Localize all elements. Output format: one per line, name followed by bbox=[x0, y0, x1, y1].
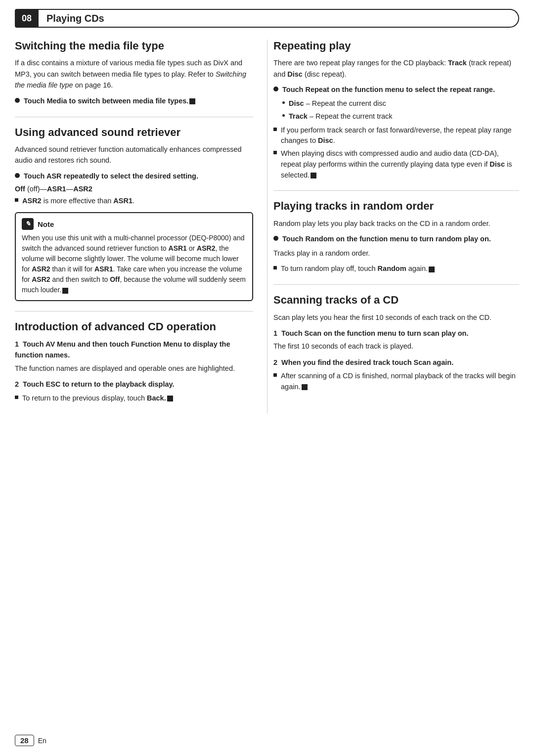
square-dot bbox=[15, 198, 18, 202]
random-off: To turn random play off, touch Random ag… bbox=[273, 264, 519, 274]
stop-symbol bbox=[189, 98, 195, 104]
square-dot-6 bbox=[273, 373, 277, 377]
stop-symbol-6 bbox=[302, 384, 308, 390]
section-header: 08 Playing CDs bbox=[15, 9, 519, 28]
bullet-dot-2 bbox=[15, 173, 20, 178]
repeat-note1: If you perform track search or fast forw… bbox=[273, 125, 519, 147]
divider-1 bbox=[15, 117, 253, 117]
divider-3 bbox=[273, 190, 519, 191]
asr-bullet-text: Touch ASR repeatedly to select the desir… bbox=[24, 171, 253, 182]
scanning-section: Scanning tracks of a CD Scan play lets y… bbox=[273, 294, 519, 393]
scan-step2-sub: After scanning of a CD is finished, norm… bbox=[273, 371, 519, 393]
square-dot-5 bbox=[273, 266, 277, 269]
bullet-dot bbox=[15, 98, 20, 103]
random-off-text: To turn random play off, touch Random ag… bbox=[281, 264, 435, 274]
asr-bullet: Touch ASR repeatedly to select the desir… bbox=[15, 171, 253, 182]
step2-sub-text: To return to the previous display, touch… bbox=[22, 393, 173, 404]
bullet-dot-3 bbox=[273, 87, 278, 91]
switching-section: Switching the media file type If a disc … bbox=[15, 40, 253, 107]
random-bullet: Touch Random on the function menu to tur… bbox=[273, 234, 519, 245]
step2-sub: To return to the previous display, touch… bbox=[15, 393, 253, 404]
intro-advanced-title: Introduction of advanced CD operation bbox=[15, 320, 253, 333]
page-number: 28 bbox=[15, 735, 34, 746]
step-1: 1 Touch AV Menu and then touch Function … bbox=[15, 339, 253, 374]
advanced-sound-intro: Advanced sound retriever function automa… bbox=[15, 144, 253, 166]
scan-step2-text: After scanning of a CD is finished, norm… bbox=[281, 371, 519, 393]
square-dot-2 bbox=[15, 396, 18, 399]
language-label: En bbox=[38, 737, 46, 745]
random-intro: Random play lets you play back tracks on… bbox=[273, 218, 519, 229]
square-dot-4 bbox=[273, 151, 277, 154]
stop-symbol-5 bbox=[429, 267, 435, 272]
scanning-intro: Scan play lets you hear the first 10 sec… bbox=[273, 312, 519, 323]
bullet-dot-4 bbox=[273, 236, 278, 241]
asr-sub-bullet: ASR2 is more effective than ASR1. bbox=[15, 196, 253, 207]
note-text: When you use this unit with a multi-chan… bbox=[22, 233, 246, 295]
random-section: Playing tracks in random order Random pl… bbox=[273, 200, 519, 274]
step-2: 2 Touch ESC to return to the playback di… bbox=[15, 379, 253, 403]
repeating-bullet-text: Touch Repeat on the function menu to sel… bbox=[282, 85, 519, 95]
right-column: Repeating play There are two repeat play… bbox=[267, 40, 519, 413]
off-line: Off (off)—ASR1—ASR2 bbox=[15, 185, 253, 193]
disc-text: Disc – Repeat the current disc bbox=[289, 98, 386, 109]
section-number: 08 bbox=[15, 9, 39, 28]
square-dot-3 bbox=[273, 128, 277, 131]
advanced-sound-section: Using advanced sound retriever Advanced … bbox=[15, 126, 253, 302]
scan-step1: 1 Touch Scan on the function menu to tur… bbox=[273, 328, 519, 352]
disc-sub: Disc – Repeat the current disc bbox=[282, 98, 519, 109]
switching-italic: Switching the media file type bbox=[15, 70, 246, 89]
note-box: ✎ Note When you use this unit with a mul… bbox=[15, 212, 253, 301]
random-text1: Tracks play in a random order. bbox=[273, 248, 519, 259]
divider-2 bbox=[15, 311, 253, 311]
note-header: ✎ Note bbox=[22, 218, 246, 230]
advanced-sound-title: Using advanced sound retriever bbox=[15, 126, 253, 139]
track-text: Track – Repeat the current track bbox=[289, 111, 393, 122]
sub-dot-1 bbox=[282, 101, 285, 104]
switching-intro: If a disc contains a mixture of various … bbox=[15, 57, 253, 90]
scanning-title: Scanning tracks of a CD bbox=[273, 294, 519, 307]
sub-dot-2 bbox=[282, 114, 285, 117]
repeat-note2: When playing discs with compressed audio… bbox=[273, 148, 519, 180]
page-body: Switching the media file type If a disc … bbox=[0, 40, 534, 413]
intro-advanced-section: Introduction of advanced CD operation 1 … bbox=[15, 320, 253, 403]
repeat-note2-text: When playing discs with compressed audio… bbox=[281, 148, 519, 180]
switching-title: Switching the media file type bbox=[15, 40, 253, 52]
track-sub: Track – Repeat the current track bbox=[282, 111, 519, 122]
switching-bullet: Touch Media to switch between media file… bbox=[15, 96, 253, 107]
note-icon: ✎ bbox=[22, 218, 34, 230]
page-footer: 28 En bbox=[15, 735, 46, 746]
note-label: Note bbox=[38, 220, 54, 228]
scan-step2: 2 When you find the desired track touch … bbox=[273, 357, 519, 393]
repeating-bullet: Touch Repeat on the function menu to sel… bbox=[273, 85, 519, 95]
repeating-section: Repeating play There are two repeat play… bbox=[273, 40, 519, 180]
switching-bullet-text: Touch Media to switch between media file… bbox=[24, 96, 253, 107]
stop-symbol-4 bbox=[311, 173, 316, 178]
random-bullet-text: Touch Random on the function menu to tur… bbox=[282, 234, 519, 245]
random-title: Playing tracks in random order bbox=[273, 200, 519, 213]
section-label: Playing CDs bbox=[46, 13, 104, 24]
repeating-title: Repeating play bbox=[273, 40, 519, 52]
repeat-note1-text: If you perform track search or fast forw… bbox=[281, 125, 519, 147]
repeating-intro: There are two repeat play ranges for the… bbox=[273, 57, 519, 80]
divider-4 bbox=[273, 284, 519, 285]
section-label-box: Playing CDs bbox=[39, 9, 519, 28]
stop-symbol-3 bbox=[167, 396, 173, 401]
asr-sub-text: ASR2 is more effective than ASR1. bbox=[22, 196, 134, 207]
stop-symbol-2 bbox=[62, 288, 68, 294]
left-column: Switching the media file type If a disc … bbox=[15, 40, 267, 413]
